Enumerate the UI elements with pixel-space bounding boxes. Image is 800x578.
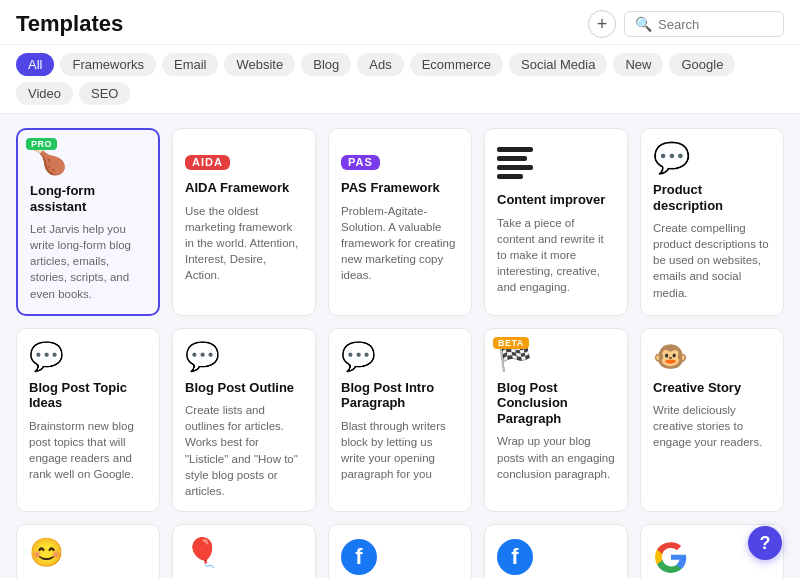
template-card-content-improver[interactable]: Content improver Take a piece of content… (484, 128, 628, 316)
card-icon: PAS (341, 143, 459, 171)
card-desc: Blast through writers block by letting u… (341, 418, 459, 482)
card-desc: Use the oldest marketing framework in th… (185, 203, 303, 283)
google-icon (653, 539, 689, 575)
card-icon: 💬 (29, 343, 147, 371)
filter-btn-blog[interactable]: Blog (301, 53, 351, 76)
template-card-explain-child[interactable]: 😊 Explain It To a Child Rephrase text to… (16, 524, 160, 578)
monkey-icon: 🐵 (653, 341, 688, 372)
card-icon: AIDA (185, 143, 303, 171)
card-title: AIDA Framework (185, 180, 303, 196)
card-badge: Beta (493, 337, 529, 349)
facebook-icon: f (341, 539, 377, 575)
balloon-icon: 🎈 (185, 537, 220, 568)
card-title: Blog Post Conclusion Paragraph (497, 380, 615, 427)
bubble-icon: 💬 (653, 141, 690, 174)
template-card-blog-conclusion[interactable]: Beta 🏁 Blog Post Conclusion Paragraph Wr… (484, 328, 628, 512)
card-desc: Let Jarvis help you write long-form blog… (30, 221, 146, 301)
filter-btn-seo[interactable]: SEO (79, 82, 130, 105)
filter-btn-social-media[interactable]: Social Media (509, 53, 607, 76)
card-icon: f (497, 539, 615, 575)
card-title: PAS Framework (341, 180, 459, 196)
filter-btn-frameworks[interactable]: Frameworks (60, 53, 156, 76)
aida-icon: AIDA (185, 141, 230, 172)
card-desc: Wrap up your blog posts with an engaging… (497, 433, 615, 481)
template-grid: PRO 🍗 Long-form assistant Let Jarvis hel… (0, 114, 800, 578)
search-input[interactable] (658, 17, 773, 32)
template-card-fb-headline[interactable]: f Facebook ad headline Generate scroll-s… (328, 524, 472, 578)
card-title: Blog Post Outline (185, 380, 303, 396)
template-card-blog-intro[interactable]: 💬 Blog Post Intro Paragraph Blast throug… (328, 328, 472, 512)
template-card-pas[interactable]: PAS PAS Framework Problem-Agitate-Soluti… (328, 128, 472, 316)
header: Templates + 🔍 (0, 0, 800, 45)
facebook-icon: f (497, 539, 533, 575)
card-icon: f (341, 539, 459, 575)
header-left: Templates (16, 11, 123, 37)
card-icon: 🐵 (653, 343, 771, 371)
filter-btn-website[interactable]: Website (224, 53, 295, 76)
filter-bar: AllFrameworksEmailWebsiteBlogAdsEcommerc… (0, 45, 800, 114)
card-icon: 💬 (653, 143, 771, 173)
card-icon: 💬 (341, 343, 459, 371)
template-card-blog-topic[interactable]: 💬 Blog Post Topic Ideas Brainstorm new b… (16, 328, 160, 512)
template-card-aida[interactable]: AIDA AIDA Framework Use the oldest marke… (172, 128, 316, 316)
chat-blue-icon: 💬 (29, 341, 64, 372)
add-button[interactable]: + (588, 10, 616, 38)
filter-btn-video[interactable]: Video (16, 82, 73, 105)
card-desc: Create lists and outlines for articles. … (185, 402, 303, 499)
card-title: Long-form assistant (30, 183, 146, 214)
filter-btn-email[interactable]: Email (162, 53, 219, 76)
card-icon (497, 143, 615, 183)
template-card-product-desc[interactable]: 💬 Product description Create compelling … (640, 128, 784, 316)
card-icon: 😊 (29, 539, 147, 567)
filter-btn-ecommerce[interactable]: Ecommerce (410, 53, 503, 76)
card-title: Blog Post Intro Paragraph (341, 380, 459, 411)
template-card-blog-outline[interactable]: 💬 Blog Post Outline Create lists and out… (172, 328, 316, 512)
card-title: Blog Post Topic Ideas (29, 380, 147, 411)
search-box: 🔍 (624, 11, 784, 37)
card-title: Creative Story (653, 380, 771, 396)
card-desc: Create compelling product descriptions t… (653, 220, 771, 300)
card-desc: Write deliciously creative stories to en… (653, 402, 771, 450)
card-icon: 💬 (185, 343, 303, 371)
chat-blue-icon: 💬 (185, 341, 220, 372)
filter-btn-new[interactable]: New (613, 53, 663, 76)
template-card-sentence-expander[interactable]: 🎈 Sentence Expander Expand a short sente… (172, 524, 316, 578)
card-icon: 🎈 (185, 539, 303, 567)
filter-btn-all[interactable]: All (16, 53, 54, 76)
help-button[interactable]: ? (748, 526, 782, 560)
filter-btn-ads[interactable]: Ads (357, 53, 403, 76)
pas-icon: PAS (341, 141, 380, 172)
card-desc: Take a piece of content and rewrite it t… (497, 215, 615, 295)
template-card-creative-story[interactable]: 🐵 Creative Story Write deliciously creat… (640, 328, 784, 512)
card-title: Content improver (497, 192, 615, 208)
chat-blue-icon: 💬 (341, 341, 376, 372)
header-right: + 🔍 (588, 10, 784, 38)
card-desc: Brainstorm new blog post topics that wil… (29, 418, 147, 482)
page-title: Templates (16, 11, 123, 37)
filter-btn-google[interactable]: Google (669, 53, 735, 76)
template-card-longform[interactable]: PRO 🍗 Long-form assistant Let Jarvis hel… (16, 128, 160, 316)
card-desc: Problem-Agitate-Solution. A valuable fra… (341, 203, 459, 283)
lines-icon (497, 147, 615, 179)
card-badge: PRO (26, 138, 57, 150)
template-card-fb-primary[interactable]: f Facebook ad primary text Create high c… (484, 524, 628, 578)
card-title: Product description (653, 182, 771, 213)
search-icon: 🔍 (635, 16, 652, 32)
child-icon: 😊 (29, 537, 64, 568)
